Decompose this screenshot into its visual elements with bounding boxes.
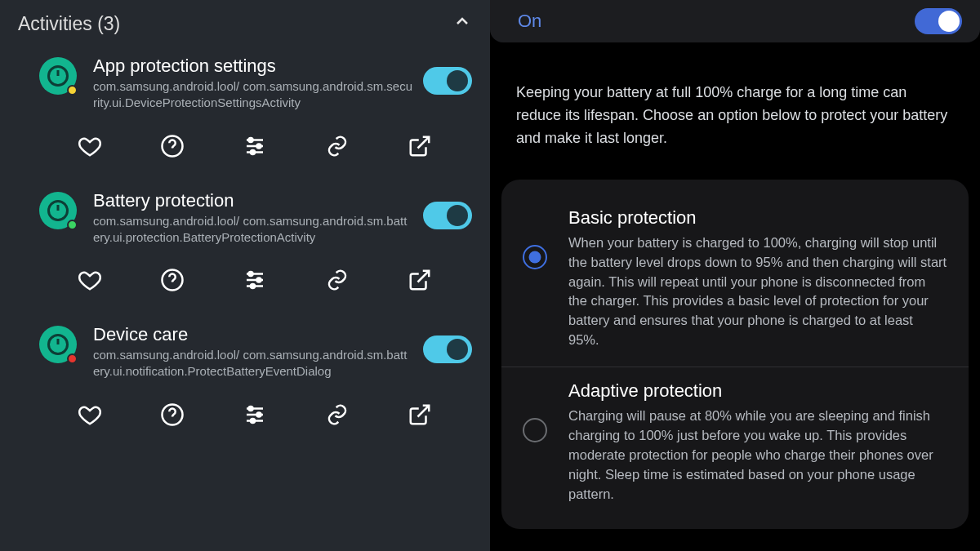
- option-title: Adaptive protection: [568, 380, 947, 402]
- option-title: Basic protection: [568, 207, 947, 229]
- activity-title: App protection settings: [93, 56, 413, 77]
- activities-title: Activities (3): [18, 13, 120, 35]
- battery-protection-panel: On Keeping your battery at full 100% cha…: [490, 0, 980, 551]
- activity-title: Device care: [93, 324, 413, 345]
- svg-point-5: [248, 138, 252, 142]
- help-icon[interactable]: [159, 402, 185, 428]
- svg-line-17: [417, 271, 429, 282]
- svg-point-7: [251, 150, 255, 154]
- open-icon[interactable]: [407, 402, 433, 428]
- tune-icon[interactable]: [242, 402, 268, 428]
- svg-line-26: [417, 405, 429, 416]
- help-icon[interactable]: [159, 267, 185, 293]
- radio-button[interactable]: [523, 245, 547, 269]
- activity-toggle[interactable]: [423, 202, 472, 229]
- help-icon[interactable]: [159, 133, 185, 159]
- open-icon[interactable]: [407, 267, 433, 293]
- activity-app-icon: [39, 192, 77, 229]
- activity-subtitle: com.samsung.android.lool/ com.samsung.an…: [93, 78, 413, 112]
- open-icon[interactable]: [407, 133, 433, 159]
- protection-options: Basic protectionWhen your battery is cha…: [501, 180, 969, 529]
- activity-item[interactable]: App protection settingscom.samsung.andro…: [0, 51, 490, 112]
- svg-point-25: [251, 419, 255, 423]
- protection-option[interactable]: Basic protectionWhen your battery is cha…: [501, 194, 969, 367]
- activities-header[interactable]: Activities (3): [0, 0, 490, 51]
- activity-app-icon: [39, 57, 77, 95]
- activity-toggle[interactable]: [423, 67, 472, 95]
- master-toggle-bar[interactable]: On: [490, 0, 980, 42]
- activity-title: Battery protection: [93, 190, 413, 211]
- activity-subtitle: com.samsung.android.lool/ com.samsung.an…: [93, 213, 413, 247]
- heart-icon[interactable]: [77, 267, 103, 293]
- master-state-label: On: [518, 11, 541, 32]
- activity-subtitle: com.samsung.android.lool/ com.samsung.an…: [93, 347, 413, 380]
- svg-point-15: [256, 278, 261, 282]
- activity-actions: [0, 112, 490, 185]
- radio-button[interactable]: [523, 418, 547, 442]
- tune-icon[interactable]: [242, 133, 268, 159]
- activities-list: App protection settingscom.samsung.andro…: [0, 51, 490, 454]
- option-description: When your battery is charged to 100%, ch…: [568, 233, 947, 351]
- battery-protection-description: Keeping your battery at full 100% charge…: [490, 42, 980, 180]
- svg-point-24: [256, 412, 261, 416]
- activity-item[interactable]: Device carecom.samsung.android.lool/ com…: [0, 319, 490, 380]
- svg-point-6: [256, 144, 261, 148]
- activity-actions: [0, 246, 490, 319]
- option-description: Charging will pause at 80% while you are…: [568, 407, 947, 504]
- activities-panel: Activities (3) App protection settingsco…: [0, 0, 490, 551]
- heart-icon[interactable]: [77, 402, 103, 428]
- svg-line-8: [417, 136, 429, 148]
- activity-actions: [0, 380, 490, 454]
- svg-point-23: [248, 407, 252, 411]
- link-icon[interactable]: [324, 133, 350, 159]
- master-toggle[interactable]: [915, 8, 962, 34]
- activity-app-icon: [39, 326, 77, 363]
- tune-icon[interactable]: [242, 267, 268, 293]
- svg-point-14: [248, 272, 252, 276]
- activity-item[interactable]: Battery protectioncom.samsung.android.lo…: [0, 185, 490, 247]
- activity-toggle[interactable]: [423, 335, 472, 363]
- svg-point-16: [251, 284, 255, 288]
- protection-option[interactable]: Adaptive protectionCharging will pause a…: [501, 367, 969, 521]
- split-screenshot: Activities (3) App protection settingsco…: [0, 0, 980, 551]
- heart-icon[interactable]: [77, 133, 103, 159]
- link-icon[interactable]: [324, 267, 350, 293]
- chevron-up-icon: [452, 11, 472, 36]
- link-icon[interactable]: [324, 402, 350, 428]
